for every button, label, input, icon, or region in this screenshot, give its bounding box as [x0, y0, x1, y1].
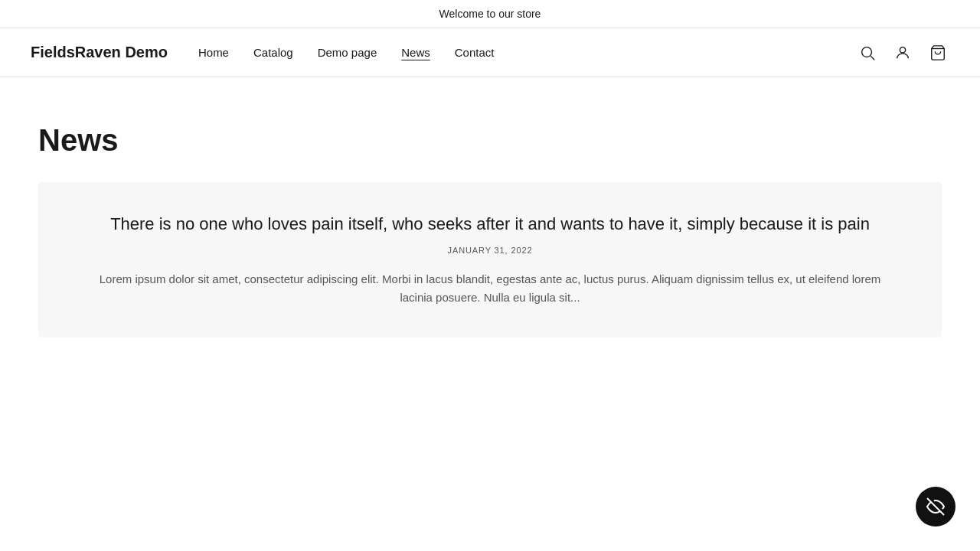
announcement-text: Welcome to our store — [439, 8, 541, 20]
eye-off-icon — [926, 497, 945, 516]
nav-item-news[interactable]: News — [401, 46, 430, 59]
article-excerpt: Lorem ipsum dolor sit amet, consectetur … — [84, 270, 896, 307]
article-card[interactable]: There is no one who loves pain itself, w… — [38, 182, 942, 337]
announcement-bar: Welcome to our store — [0, 0, 980, 28]
main-content: News There is no one who loves pain itse… — [0, 77, 980, 383]
nav-item-demo[interactable]: Demo page — [318, 46, 377, 59]
cart-button[interactable] — [926, 41, 949, 64]
search-button[interactable] — [856, 41, 879, 64]
floating-hide-button[interactable] — [916, 487, 956, 527]
logo[interactable]: FieldsRaven Demo — [31, 44, 168, 61]
nav-item-contact[interactable]: Contact — [455, 46, 495, 59]
svg-point-0 — [862, 47, 872, 57]
nav-item-catalog[interactable]: Catalog — [253, 46, 293, 59]
main-nav: Home Catalog Demo page News Contact — [198, 46, 495, 59]
account-button[interactable] — [891, 41, 914, 64]
page-title: News — [38, 123, 942, 158]
article-title: There is no one who loves pain itself, w… — [84, 213, 896, 236]
header: FieldsRaven Demo Home Catalog Demo page … — [0, 28, 980, 77]
header-right — [856, 41, 949, 64]
header-left: FieldsRaven Demo Home Catalog Demo page … — [31, 44, 494, 61]
article-date: JANUARY 31, 2022 — [84, 246, 896, 255]
nav-item-home[interactable]: Home — [198, 46, 229, 59]
svg-line-1 — [871, 56, 874, 60]
cart-icon — [929, 44, 946, 61]
svg-point-2 — [900, 47, 905, 52]
search-icon — [859, 44, 876, 61]
account-icon — [894, 44, 911, 61]
